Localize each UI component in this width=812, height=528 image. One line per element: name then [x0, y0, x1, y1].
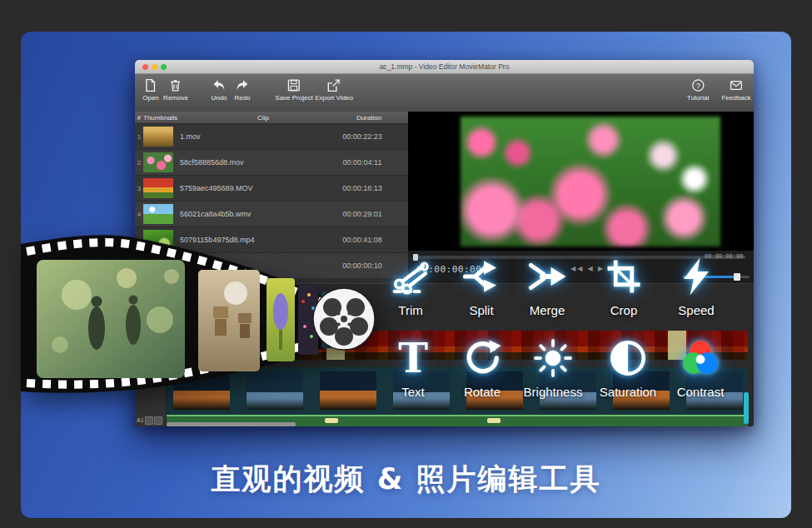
video-preview-pane: [408, 112, 754, 250]
track-lock-button[interactable]: [145, 416, 153, 425]
track-solo-button[interactable]: [154, 416, 162, 425]
contrast-rgb-icon: [680, 338, 720, 381]
feature-label: Brightness: [524, 385, 583, 399]
tutorial-label: Tutorial: [687, 94, 709, 102]
clip-thumbnail: [143, 127, 173, 147]
row-index: 2: [135, 159, 143, 167]
feature-label: Trim: [398, 303, 422, 317]
trash-icon: [168, 78, 182, 92]
svg-text:T: T: [398, 338, 428, 378]
timeline-horizontal-scrollbar[interactable]: [167, 422, 296, 426]
undo-label: Undo: [211, 94, 227, 102]
redo-icon: [236, 78, 250, 92]
trim-scissors-icon: [391, 257, 431, 300]
row-index: 3: [135, 185, 143, 192]
brightness-sun-icon: [533, 338, 573, 381]
feature-rotate: Rotate: [442, 338, 522, 399]
row-index: 1: [135, 133, 143, 141]
clip-duration: 00:00:16:13: [325, 184, 400, 192]
filmstrip-graphic: [0, 218, 400, 414]
open-file-icon: [143, 78, 157, 92]
feature-label: Contrast: [677, 385, 725, 399]
feature-label: Text: [401, 385, 425, 399]
saturation-icon: [608, 338, 648, 381]
envelope-icon: [729, 78, 743, 92]
media-row[interactable]: 3 5759aec495689.MOV 00:00:16:13: [135, 176, 408, 202]
feedback-button[interactable]: Feedback: [721, 78, 750, 102]
export-video-label: Export Video: [315, 94, 353, 102]
film-reel-icon: [313, 288, 375, 350]
header-clip: Clip: [193, 114, 333, 122]
remove-button[interactable]: Remove: [163, 78, 188, 102]
redo-button[interactable]: Redo: [234, 78, 250, 102]
main-toolbar: Open Remove Undo Redo Save Project Expor…: [135, 74, 754, 112]
clip-thumbnail: [143, 152, 173, 172]
tutorial-button[interactable]: ? Tutorial: [687, 78, 709, 102]
window-title: ac_1.mmp - Video Editor MovieMator Pro: [135, 62, 754, 71]
feature-merge: Merge: [507, 257, 587, 317]
clip-duration: 00:00:29:01: [325, 210, 400, 218]
title-bar: ac_1.mmp - Video Editor MovieMator Pro: [135, 60, 754, 74]
crop-icon: [604, 257, 644, 300]
feature-trim: Trim: [371, 257, 451, 317]
open-label: Open: [142, 94, 159, 102]
feature-label: Merge: [530, 303, 565, 317]
rotate-icon: [462, 338, 502, 381]
audio-marker: [325, 418, 338, 423]
filmstrip-photo-flowers: [267, 278, 295, 361]
clip-thumbnail: [143, 178, 173, 198]
feature-label: Crop: [610, 303, 638, 317]
svg-text:?: ?: [696, 82, 700, 90]
merge-icon: [527, 257, 567, 300]
filmstrip-photo-garden: [37, 260, 185, 378]
save-icon: [286, 78, 301, 92]
track-a1-label: A1: [137, 417, 144, 423]
clip-name: 58cf588856d8.mov: [180, 158, 325, 167]
save-project-label: Save Project: [275, 94, 312, 102]
promo-stage: ac_1.mmp - Video Editor MovieMator Pro O…: [0, 0, 812, 528]
feature-label: Split: [469, 303, 493, 317]
undo-button[interactable]: Undo: [211, 78, 227, 102]
media-list-header: # Thumbnails Clip Duration: [135, 112, 408, 124]
remove-label: Remove: [163, 94, 188, 102]
clip-name: 56021ca8a4b5b.wmv: [180, 210, 325, 218]
header-thumbnails: Thumbnails: [143, 114, 193, 122]
speed-lightning-icon: [676, 257, 716, 300]
text-icon: T: [393, 338, 433, 381]
preview-frame-flowers: [461, 117, 720, 247]
redo-label: Redo: [234, 94, 250, 102]
feedback-label: Feedback: [721, 94, 750, 102]
feature-saturation: Saturation: [588, 338, 668, 399]
audio-marker: [487, 418, 501, 423]
media-row[interactable]: 1 1.mov 00:00:22:23: [135, 124, 408, 150]
feature-brightness: Brightness: [513, 338, 593, 399]
feature-text: T Text: [373, 338, 453, 399]
feature-crop: Crop: [584, 257, 664, 317]
clip-name: 1.mov: [180, 132, 325, 141]
split-icon: [461, 257, 501, 300]
export-video-button[interactable]: Export Video: [315, 78, 353, 102]
media-row[interactable]: 2 58cf588856d8.mov 00:00:04:11: [135, 150, 408, 176]
feature-label: Speed: [678, 303, 714, 317]
header-duration: Duration: [333, 114, 405, 122]
header-index: #: [135, 114, 143, 122]
row-index: 4: [135, 211, 143, 218]
clip-name: 5759aec495689.MOV: [180, 184, 325, 192]
filmstrip-photo-robots: [198, 270, 260, 371]
timeline-accent-bar[interactable]: [744, 392, 749, 424]
save-project-button[interactable]: Save Project: [275, 78, 312, 102]
clip-duration: 00:00:04:11: [325, 158, 400, 167]
clip-duration: 00:00:22:23: [325, 132, 400, 141]
feature-contrast: Contrast: [660, 338, 740, 399]
feature-label: Saturation: [600, 385, 656, 399]
undo-icon: [212, 78, 227, 92]
open-button[interactable]: Open: [142, 78, 159, 102]
tagline-text: 直观的视频 & 照片编辑工具: [21, 460, 791, 499]
feature-speed: Speed: [656, 257, 736, 317]
help-icon: ?: [690, 78, 705, 92]
export-icon: [326, 78, 341, 92]
feature-label: Rotate: [464, 385, 501, 399]
